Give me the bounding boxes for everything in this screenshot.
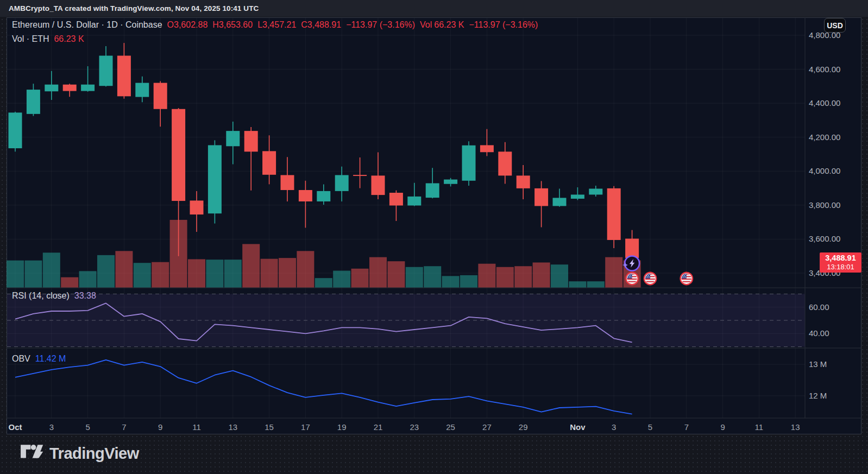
candle <box>498 142 512 184</box>
price-chart-canvas[interactable]: Oct357911131517192123252729Nov357911134,… <box>0 0 868 474</box>
symbol-legend-row: Ethereum / U.S. Dollar · 1D · Coinbase O… <box>12 20 538 30</box>
candle <box>299 181 312 228</box>
time-axis-label[interactable]: 13 <box>228 422 237 432</box>
rsi-axis-label[interactable]: 40.00 <box>809 328 829 338</box>
volume-bar <box>514 266 532 287</box>
axis-labels[interactable]: Oct357911131517192123252729Nov357911134,… <box>8 30 840 432</box>
volume-bar <box>134 263 151 287</box>
symbol-title[interactable]: Ethereum / U.S. Dollar · 1D · Coinbase <box>12 20 162 30</box>
economic-event-flag-icon[interactable] <box>681 273 693 285</box>
price-axis-label[interactable]: 3,800.00 <box>809 200 840 210</box>
volume-bar <box>551 264 568 287</box>
time-axis-label[interactable]: 7 <box>684 422 689 432</box>
volume-bar <box>387 261 405 287</box>
ohlc-open: O3,602.88 <box>167 20 208 30</box>
obv-indicator-value: 11.42 M <box>35 354 66 364</box>
candle <box>81 66 95 92</box>
last-price-value: 3,488.91 <box>820 254 861 263</box>
candle <box>553 189 567 207</box>
volume-bar <box>424 266 441 287</box>
time-axis-label[interactable]: Nov <box>570 422 586 432</box>
volume-bar <box>79 271 97 287</box>
volume-bar <box>61 277 78 288</box>
ohlc-high: H3,653.60 <box>212 20 253 30</box>
economic-event-flag-icon[interactable] <box>626 273 638 285</box>
volume-bar <box>369 257 387 288</box>
candle <box>190 191 204 232</box>
currency-toggle-button[interactable]: USD <box>824 18 846 33</box>
volume-bar <box>460 275 477 288</box>
time-axis-label[interactable]: 9 <box>720 422 725 432</box>
time-axis-label[interactable]: 13 <box>791 422 800 432</box>
candle <box>27 84 40 116</box>
time-axis-label[interactable]: 3 <box>612 422 616 432</box>
rsi-indicator-title[interactable]: RSI (14, close) <box>12 291 70 301</box>
candle <box>426 168 439 198</box>
volume-indicator-title[interactable]: Vol · ETH <box>12 34 49 44</box>
obv-axis-label[interactable]: 13 M <box>809 359 827 369</box>
change-value-2: −113.97 (−3.16%) <box>469 20 538 30</box>
bar-countdown: 13:18:01 <box>820 263 861 271</box>
obv-indicator-title[interactable]: OBV <box>12 354 30 364</box>
candle <box>135 77 149 103</box>
gridlines <box>7 17 861 418</box>
price-axis-label[interactable]: 3,600.00 <box>809 234 840 243</box>
price-axis-label[interactable]: 4,600.00 <box>809 65 840 74</box>
volume-bar <box>152 262 169 288</box>
tradingview-logo[interactable]: TradingView <box>21 444 139 463</box>
volume-bar <box>587 281 605 287</box>
candle <box>353 157 367 188</box>
volume-bar <box>297 251 314 287</box>
volume-bar <box>315 278 332 287</box>
candle <box>63 84 77 97</box>
volume-indicator-value: 66.23 K <box>54 34 84 44</box>
volume-series <box>7 220 641 288</box>
event-icons[interactable] <box>622 256 693 285</box>
time-axis-label[interactable]: 21 <box>374 422 383 432</box>
time-axis-label[interactable]: 9 <box>158 422 162 432</box>
volume-bar <box>206 260 223 287</box>
candle <box>407 183 421 206</box>
time-axis-label[interactable]: 27 <box>482 422 492 432</box>
candle <box>607 186 621 248</box>
time-axis-label[interactable]: 7 <box>122 422 126 432</box>
time-axis-label[interactable]: 15 <box>265 422 274 432</box>
volume-bar <box>188 259 205 287</box>
volume-bar <box>97 255 115 288</box>
volume-bar <box>605 257 622 288</box>
price-axis-label[interactable]: 4,400.00 <box>809 98 840 108</box>
time-axis-label[interactable]: 17 <box>301 422 310 432</box>
time-axis-label[interactable]: 11 <box>755 422 764 432</box>
candle <box>208 140 222 223</box>
candle <box>571 187 584 200</box>
time-axis-label[interactable]: 5 <box>648 422 652 432</box>
volume-bar <box>224 260 242 287</box>
candle <box>389 191 403 221</box>
candle <box>317 184 330 205</box>
volume-bar <box>333 271 350 288</box>
currency-label: USD <box>827 21 843 30</box>
volume-bar <box>261 259 278 288</box>
volume-bar <box>24 261 42 288</box>
obv-axis-label[interactable]: 12 M <box>809 391 827 400</box>
rsi-axis-label[interactable]: 60.00 <box>809 302 829 312</box>
time-axis-label[interactable]: 29 <box>519 422 528 432</box>
time-axis-label[interactable]: 3 <box>49 422 54 432</box>
price-axis-label[interactable]: 4,000.00 <box>809 166 840 175</box>
price-axis-label[interactable]: 4,200.00 <box>809 132 840 142</box>
candle <box>444 178 457 187</box>
time-axis-label[interactable]: Oct <box>8 422 22 432</box>
time-axis-label[interactable]: 5 <box>85 422 90 432</box>
time-axis-label[interactable]: 11 <box>192 422 201 432</box>
rsi-legend-row: RSI (14, close) 33.38 <box>12 291 96 301</box>
obv-line <box>15 360 632 414</box>
time-axis-label[interactable]: 19 <box>337 422 347 432</box>
candle <box>372 153 385 199</box>
economic-event-flag-icon[interactable] <box>644 273 656 285</box>
time-axis-label[interactable]: 25 <box>446 422 455 432</box>
volume-bar <box>496 267 514 288</box>
time-axis-label[interactable]: 23 <box>410 422 419 432</box>
tradingview-logo-icon <box>21 444 43 463</box>
candle <box>226 122 240 165</box>
volume-bar <box>478 264 495 288</box>
